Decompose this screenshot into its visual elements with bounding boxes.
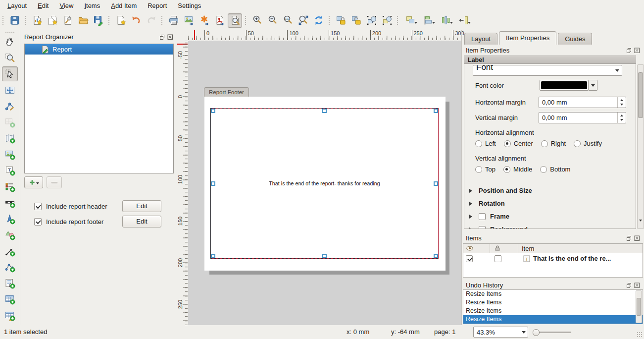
export-pdf-button[interactable] bbox=[212, 13, 227, 28]
add-legend-tool[interactable] bbox=[2, 179, 18, 194]
group-rotation[interactable]: Rotation bbox=[469, 200, 505, 207]
zoom-region-button[interactable] bbox=[228, 13, 242, 28]
group-position-and-size[interactable]: Position and Size bbox=[469, 187, 532, 194]
add-map-tool[interactable] bbox=[2, 115, 18, 130]
label-item-selection[interactable]: That is the end of the report- thanks fo… bbox=[210, 108, 439, 259]
window-resize-grip[interactable] bbox=[637, 332, 643, 338]
selection-handle[interactable] bbox=[211, 109, 215, 113]
float-panel-icon[interactable] bbox=[626, 47, 632, 54]
vertical-margin-spinbox[interactable]: 0,00 mm bbox=[539, 112, 626, 123]
tab-item-properties[interactable]: Item Properties bbox=[499, 31, 556, 45]
menu-add-item[interactable]: Add Item bbox=[105, 1, 142, 10]
add-picture-tool[interactable] bbox=[2, 147, 18, 162]
selection-handle[interactable] bbox=[434, 254, 438, 258]
radio-bottom[interactable]: Bottom bbox=[540, 166, 570, 173]
resize-items-button[interactable] bbox=[455, 13, 472, 28]
include-report-footer-checkbox[interactable] bbox=[34, 218, 42, 226]
horizontal-margin-spinbox[interactable]: 0,00 mm bbox=[539, 97, 626, 108]
add-attribute-table-tool[interactable] bbox=[2, 292, 18, 307]
unlock-items-button[interactable] bbox=[349, 13, 363, 28]
add-node-item-tool[interactable] bbox=[2, 260, 18, 275]
item-visible-checkbox[interactable] bbox=[466, 255, 473, 262]
radio-icon[interactable] bbox=[540, 166, 547, 173]
group-background[interactable]: Background bbox=[469, 226, 528, 229]
align-items-button[interactable] bbox=[420, 13, 437, 28]
undo-history-entry[interactable]: Resize Items bbox=[463, 298, 643, 307]
menu-items[interactable]: Items bbox=[79, 1, 105, 10]
layout-canvas[interactable]: Report Footer That is the end of the rep… bbox=[188, 41, 461, 325]
float-panel-icon[interactable] bbox=[626, 235, 632, 241]
export-image-button[interactable] bbox=[182, 13, 196, 28]
add-3d-map-tool[interactable] bbox=[2, 131, 18, 146]
undo-history-scrollbar[interactable] bbox=[636, 290, 642, 323]
add-fixed-table-tool[interactable] bbox=[2, 308, 18, 323]
close-panel-icon[interactable] bbox=[634, 282, 640, 288]
menu-edit[interactable]: Edit bbox=[32, 1, 54, 10]
zoom-tool[interactable] bbox=[2, 51, 18, 65]
spin-down-icon[interactable] bbox=[618, 118, 626, 123]
tab-layout[interactable]: Layout bbox=[464, 33, 497, 45]
radio-icon[interactable] bbox=[475, 140, 482, 147]
add-scalebar-tool[interactable] bbox=[2, 195, 18, 210]
radio-icon[interactable] bbox=[574, 140, 581, 147]
radio-icon[interactable] bbox=[503, 166, 510, 173]
add-shape-tool[interactable] bbox=[2, 227, 18, 242]
raise-items-button[interactable] bbox=[402, 13, 419, 28]
radio-justify[interactable]: Justify bbox=[574, 140, 602, 147]
radio-right[interactable]: Right bbox=[541, 140, 566, 147]
selection-handle[interactable] bbox=[434, 109, 438, 113]
items-table-row[interactable]: T That is the end of the re... bbox=[463, 253, 643, 264]
close-panel-icon[interactable] bbox=[167, 34, 173, 40]
zoom-level-combo[interactable]: 43.3% bbox=[473, 327, 528, 338]
radio-middle[interactable]: Middle bbox=[503, 166, 532, 173]
add-north-arrow-tool[interactable] bbox=[2, 212, 18, 226]
distribute-items-button[interactable] bbox=[438, 13, 454, 28]
add-pages-button[interactable] bbox=[113, 13, 128, 28]
menu-settings[interactable]: Settings bbox=[172, 1, 206, 10]
zoom-in-button[interactable] bbox=[250, 13, 264, 28]
select-move-item-tool[interactable] bbox=[2, 66, 18, 81]
menu-view[interactable]: View bbox=[54, 1, 79, 10]
add-label-tool[interactable]: T bbox=[2, 163, 18, 178]
print-button[interactable] bbox=[166, 13, 181, 28]
add-arrow-tool[interactable] bbox=[2, 244, 18, 259]
selection-handle[interactable] bbox=[434, 181, 438, 186]
radio-left[interactable]: Left bbox=[475, 140, 496, 147]
refresh-view-button[interactable] bbox=[311, 13, 326, 28]
remove-section-button[interactable] bbox=[47, 176, 62, 188]
tab-guides[interactable]: Guides bbox=[558, 33, 592, 45]
undo-history-entry[interactable]: Resize Items bbox=[463, 290, 643, 298]
spin-up-icon[interactable] bbox=[618, 113, 626, 118]
zoom-actual-button[interactable]: 1:1 bbox=[281, 13, 295, 28]
zoom-full-button[interactable] bbox=[296, 13, 310, 28]
zoom-slider[interactable] bbox=[534, 332, 571, 333]
float-panel-icon[interactable] bbox=[626, 282, 632, 288]
radio-icon[interactable] bbox=[504, 140, 511, 147]
menu-layout[interactable]: Layout bbox=[2, 1, 32, 10]
font-color-dropdown[interactable] bbox=[589, 80, 597, 91]
add-html-tool[interactable] bbox=[2, 276, 18, 291]
radio-top[interactable]: Top bbox=[475, 166, 495, 173]
report-tree-item[interactable]: Report bbox=[25, 44, 173, 55]
menu-report[interactable]: Report bbox=[142, 1, 172, 10]
font-dropdown[interactable]: Font bbox=[473, 65, 622, 76]
report-tree[interactable]: Report bbox=[24, 44, 174, 173]
spin-down-icon[interactable] bbox=[618, 103, 626, 108]
selection-handle[interactable] bbox=[322, 109, 327, 113]
item-lock-checkbox[interactable] bbox=[495, 255, 501, 262]
export-svg-button[interactable] bbox=[197, 13, 211, 28]
new-layout-button[interactable] bbox=[30, 13, 44, 28]
group-checkbox[interactable] bbox=[479, 213, 486, 220]
add-section-button[interactable] bbox=[24, 176, 43, 188]
undo-button[interactable] bbox=[129, 13, 143, 28]
redo-button[interactable] bbox=[144, 13, 158, 28]
select-all-button[interactable] bbox=[364, 13, 379, 28]
lock-items-button[interactable] bbox=[334, 13, 348, 28]
zoom-slider-handle[interactable] bbox=[533, 329, 540, 336]
deselect-all-button[interactable] bbox=[380, 13, 394, 28]
radio-center[interactable]: Center bbox=[504, 140, 533, 147]
undo-history-entry[interactable]: Resize Items bbox=[463, 315, 643, 324]
item-properties-scrollbar[interactable] bbox=[637, 64, 644, 229]
edit-report-header-button[interactable]: Edit bbox=[122, 200, 161, 212]
include-report-header-checkbox[interactable] bbox=[34, 203, 42, 210]
